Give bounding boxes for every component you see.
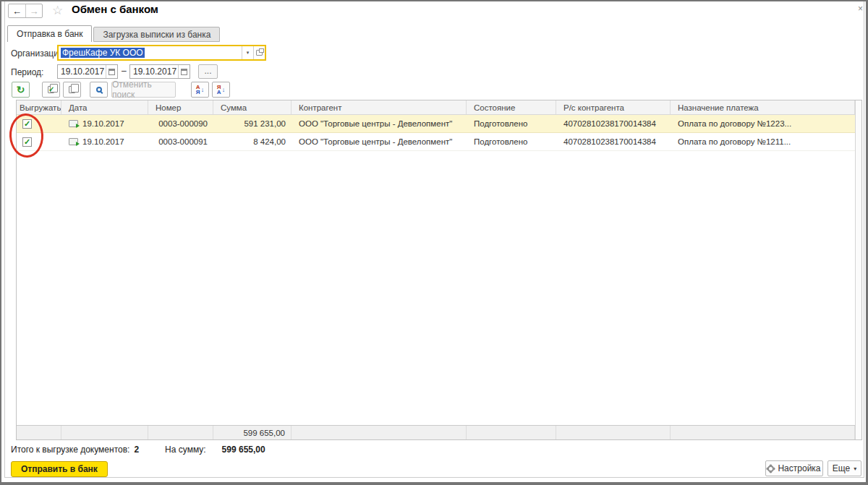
period-to-field[interactable]: 19.10.2017 (129, 64, 190, 79)
row-purpose: Оплата по договору №1211... (671, 137, 855, 146)
calendar-icon (109, 69, 115, 75)
column-header-account[interactable]: Р/с контрагента (556, 100, 671, 114)
column-header-number[interactable]: Номер (148, 100, 213, 114)
table-scrollbar[interactable] (855, 100, 861, 439)
period-from-calendar-button[interactable] (106, 65, 117, 78)
column-header-contractor[interactable]: Контрагент (292, 100, 467, 114)
documents-stack-icon (69, 86, 75, 93)
row-account: 40702810238170014384 (556, 137, 671, 146)
row-amount: 8 424,00 (213, 137, 292, 146)
column-header-purpose[interactable]: Назначение платежа (671, 100, 855, 114)
forward-button[interactable]: → (25, 4, 42, 17)
column-header-date[interactable]: Дата (61, 100, 148, 114)
row-number: 0003-000090 (148, 119, 213, 128)
check-icon: ✓ (24, 120, 30, 128)
chevron-down-icon: ▾ (247, 50, 250, 56)
organization-field[interactable]: ФрешКафе УК ООО ▾ (57, 45, 266, 61)
row-contractor: ООО "Торговые центры - Девелопмент" (292, 119, 467, 128)
row-account: 40702810238170014384 (556, 119, 671, 128)
refresh-button[interactable]: ↻ (12, 82, 30, 98)
check-all-icon: ✓ (48, 86, 54, 93)
chevron-down-icon: ▾ (854, 465, 856, 472)
organization-open-button[interactable] (253, 46, 265, 59)
table-empty-area (17, 151, 855, 425)
period-to-input[interactable]: 19.10.2017 (130, 65, 178, 78)
organization-dropdown-button[interactable]: ▾ (242, 46, 253, 59)
refresh-icon: ↻ (17, 85, 25, 95)
sort-descending-icon: ЯА ↓ (217, 85, 225, 95)
table-header-row: Выгружать Дата Номер Сумма Контрагент Со… (17, 100, 855, 115)
table-totals-row: 599 655,00 (17, 425, 855, 439)
sort-descending-button[interactable]: ЯА ↓ (212, 82, 230, 98)
summary-docs-count: 2 (134, 445, 139, 455)
search-icon (96, 87, 102, 93)
gear-icon (767, 465, 774, 472)
row-amount: 591 231,00 (213, 119, 292, 128)
settings-button[interactable]: Настройка (765, 460, 823, 476)
back-icon: ← (12, 6, 22, 17)
period-from-field[interactable]: 19.10.2017 (57, 64, 118, 79)
period-to-calendar-button[interactable] (178, 65, 190, 78)
export-checkbox[interactable]: ✓ (22, 137, 32, 147)
row-purpose: Оплата по договору №1223... (671, 119, 855, 128)
forward-icon: → (30, 6, 39, 17)
sort-ascending-button[interactable]: АЯ ↓ (191, 82, 209, 98)
export-document-icon (69, 120, 78, 127)
search-button[interactable] (90, 82, 108, 98)
organization-value: ФрешКафе УК ООО (61, 48, 145, 58)
row-state: Подготовлено (467, 137, 556, 146)
table-row[interactable]: ✓ 19.10.2017 0003-000091 8 424,00 ООО "Т… (17, 133, 855, 151)
check-all-button[interactable]: ✓ (42, 82, 60, 98)
check-icon: ✓ (24, 138, 30, 146)
column-header-amount[interactable]: Сумма (213, 100, 292, 114)
calendar-icon (181, 69, 187, 75)
summary-line: Итого к выгрузке документов:2На сумму:59… (11, 445, 265, 455)
nav-history-group: ← → (8, 4, 43, 18)
period-dash: – (122, 66, 127, 76)
send-to-bank-button[interactable]: Отправить в банк (11, 461, 108, 477)
row-number: 0003-000091 (148, 137, 213, 146)
row-state: Подготовлено (467, 119, 556, 128)
row-date: 19.10.2017 (82, 137, 124, 146)
more-button[interactable]: Еще ▾ (827, 460, 861, 476)
period-label: Период: (11, 67, 43, 77)
period-from-input[interactable]: 19.10.2017 (58, 65, 106, 78)
summary-amount-label: На сумму: (165, 445, 206, 455)
close-icon[interactable]: × (858, 4, 863, 14)
settings-button-label: Настройка (778, 463, 820, 473)
total-amount: 599 655,00 (213, 426, 292, 439)
period-more-button[interactable]: ... (198, 64, 218, 79)
cancel-search-button: Отменить поиск (111, 82, 176, 98)
export-checkbox[interactable]: ✓ (22, 119, 32, 129)
open-link-icon (256, 50, 263, 56)
documents-table: Выгружать Дата Номер Сумма Контрагент Со… (16, 100, 862, 440)
back-button[interactable]: ← (9, 4, 25, 17)
tab-load-statement[interactable]: Загрузка выписки из банка (93, 27, 220, 42)
tab-bar: Отправка в банк Загрузка выписки из банк… (7, 25, 220, 42)
summary-amount-value: 599 655,00 (222, 445, 265, 455)
export-document-icon (69, 138, 78, 145)
column-header-state[interactable]: Состояние (467, 100, 556, 114)
table-row[interactable]: ✓ 19.10.2017 0003-000090 591 231,00 ООО … (17, 115, 855, 133)
row-contractor: ООО "Торговые центры - Девелопмент" (292, 137, 467, 146)
uncheck-all-button[interactable] (63, 82, 81, 98)
sort-ascending-icon: АЯ ↓ (196, 85, 204, 95)
favorite-star-icon[interactable]: ☆ (52, 3, 63, 18)
row-date: 19.10.2017 (82, 119, 124, 128)
summary-docs-label: Итого к выгрузке документов: (11, 445, 129, 455)
column-header-export[interactable]: Выгружать (17, 100, 61, 114)
page-title: Обмен с банком (72, 3, 158, 15)
more-button-label: Еще (833, 463, 850, 473)
tab-send-to-bank[interactable]: Отправка в банк (7, 25, 92, 42)
organization-input[interactable]: ФрешКафе УК ООО (59, 46, 242, 59)
